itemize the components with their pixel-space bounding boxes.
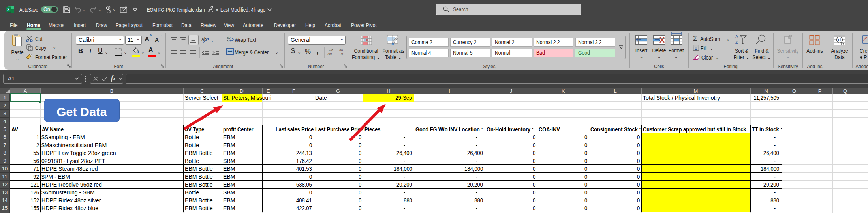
svg-text:→0: →0: [338, 52, 343, 56]
svg-text:A: A: [735, 34, 738, 39]
svg-text:X: X: [7, 7, 10, 12]
svg-text:Z: Z: [735, 40, 738, 45]
svg-text:c: c: [227, 39, 229, 43]
svg-text:←0: ←0: [328, 49, 333, 52]
svg-text:.00: .00: [327, 52, 332, 56]
svg-text:.00: .00: [338, 49, 343, 52]
